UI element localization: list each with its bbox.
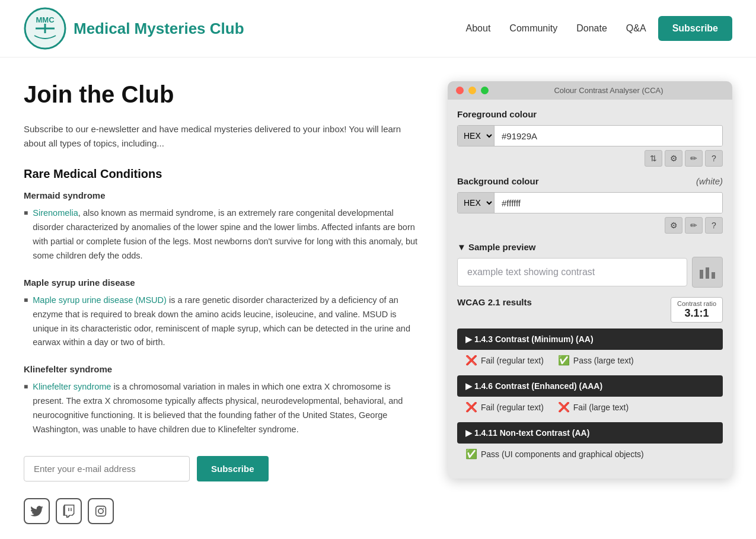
main-nav: About Community Donate Q&A Subscribe [459, 16, 732, 41]
page-title: Join the Club [24, 81, 424, 108]
cca-body: Foreground colour HEX ⇅ ⚙ ✏ ? [448, 109, 732, 479]
contrast-ratio-box: Contrast ratio 3.1:1 [671, 297, 723, 323]
preview-text: example text showing contrast [457, 258, 687, 286]
svg-rect-10 [706, 267, 709, 279]
contrast-ratio-value: 3.1:1 [677, 307, 716, 320]
fg-swap-btn[interactable]: ⇅ [645, 150, 662, 167]
bg-label: Background colour (white) [457, 176, 723, 186]
wcag-aa-fail-regular: ❌ Fail (regular text) [465, 355, 544, 366]
wcag-aa-results: ❌ Fail (regular text) ✅ Pass (large text… [457, 350, 723, 371]
wcag-aaa-results: ❌ Fail (regular text) ❌ Fail (large text… [457, 397, 723, 417]
fail-large-label: Fail (large text) [573, 403, 629, 412]
fg-settings-btn[interactable]: ⚙ [665, 150, 682, 167]
wcag-aaa-fail-regular: ❌ Fail (regular text) [465, 401, 544, 413]
bg-help-btn[interactable]: ? [705, 217, 723, 234]
intro-text: Subscribe to our e-newsletter and have m… [24, 122, 424, 151]
maple-text: Maple syrup urine disease (MSUD) is a ra… [33, 294, 424, 350]
klinefelter-title: Klinefelter syndrome [24, 364, 424, 374]
twitter-icon[interactable] [24, 498, 50, 524]
fg-eyedropper-btn[interactable]: ✏ [685, 150, 703, 167]
preview-section: ▼ Sample preview example text showing co… [457, 242, 723, 288]
main-content: Join the Club Subscribe to our e-newslet… [0, 58, 756, 539]
email-input[interactable] [24, 456, 190, 481]
page-content: Join the Club Subscribe to our e-newslet… [24, 81, 424, 524]
bg-format-select[interactable]: HEX [458, 193, 495, 213]
bg-section: Background colour (white) HEX ⚙ ✏ ? [457, 176, 723, 234]
fail-icon: ❌ [558, 401, 570, 413]
fg-label: Foreground colour [457, 109, 723, 119]
twitch-icon[interactable] [56, 498, 82, 524]
contrast-ratio-label: Contrast ratio [677, 300, 716, 307]
form-subscribe-button[interactable]: Subscribe [197, 456, 269, 481]
svg-rect-6 [96, 506, 106, 516]
wcag-header: WCAG 2.1 results Contrast ratio 3.1:1 [457, 297, 723, 323]
header-subscribe-button[interactable]: Subscribe [658, 16, 732, 41]
fg-tools: ⇅ ⚙ ✏ ? [457, 150, 723, 167]
wcag-aa-header[interactable]: ▶ 1.4.3 Contrast (Minimum) (AA) [457, 328, 723, 350]
nav-donate[interactable]: Donate [569, 18, 614, 39]
klinefelter-link[interactable]: Klinefelter syndrome [33, 382, 111, 391]
mermaid-body-text: , also known as mermaid syndrome, is an … [33, 208, 417, 260]
list-item: ■ Klinefelter syndrome is a chromosomal … [24, 380, 424, 437]
fg-format-select[interactable]: HEX [458, 126, 495, 146]
wcag-item-aa: ▶ 1.4.3 Contrast (Minimum) (AA) ❌ Fail (… [457, 328, 723, 371]
window-minimize-btn[interactable] [468, 87, 476, 94]
instagram-icon[interactable] [88, 498, 114, 524]
pass-icon: ✅ [558, 355, 570, 366]
site-title[interactable]: Medical Mysteries Club [74, 20, 244, 38]
svg-point-7 [98, 509, 103, 514]
fail-icon: ❌ [465, 355, 477, 366]
fail-regular-label: Fail (regular text) [481, 403, 544, 412]
window-maximize-btn[interactable] [481, 87, 489, 94]
site-header: MMC Medical Mysteries Club About Communi… [0, 0, 756, 58]
preview-chart-btn[interactable] [692, 257, 723, 288]
wcag-aaa-fail-large: ❌ Fail (large text) [558, 401, 629, 413]
bg-input-row: HEX [457, 192, 723, 213]
cca-title: Colour Contrast Analyser (CCA) [493, 86, 724, 95]
svg-text:MMC: MMC [36, 15, 55, 24]
social-icons [24, 498, 424, 524]
wcag-title: WCAG 2.1 results [457, 297, 532, 307]
maple-title: Maple syrup urine disease [24, 278, 424, 288]
wcag-aaa-header[interactable]: ▶ 1.4.6 Contrast (Enhanced) (AAA) [457, 375, 723, 397]
list-item: ■ Sirenomelia, also known as mermaid syn… [24, 206, 424, 263]
msud-link[interactable]: Maple syrup urine disease (MSUD) [33, 295, 167, 305]
preview-area: example text showing contrast [457, 257, 723, 288]
wcag-nontext-header[interactable]: ▶ 1.4.11 Non-text Contrast (AA) [457, 422, 723, 444]
nontext-pass-text: Pass (UI components and graphical object… [481, 449, 644, 459]
bg-hex-input[interactable] [495, 193, 722, 213]
section-mermaid: Mermaid syndrome ■ Sirenomelia, also kno… [24, 190, 424, 263]
bullet-icon: ■ [24, 382, 28, 391]
pass-icon: ✅ [465, 448, 477, 460]
svg-point-8 [103, 508, 104, 509]
bullet-icon: ■ [24, 209, 28, 217]
bg-settings-btn[interactable]: ⚙ [665, 217, 682, 234]
section-klinefelter: Klinefelter syndrome ■ Klinefelter syndr… [24, 364, 424, 437]
klinefelter-text: Klinefelter syndrome is a chromosomal va… [33, 380, 424, 437]
fg-help-btn[interactable]: ? [705, 150, 723, 167]
fail-icon: ❌ [465, 401, 477, 413]
mermaid-title: Mermaid syndrome [24, 190, 424, 200]
nav-about[interactable]: About [459, 18, 498, 39]
preview-toggle[interactable]: ▼ Sample preview [457, 242, 723, 252]
fg-input-row: HEX [457, 125, 723, 146]
nav-community[interactable]: Community [502, 18, 564, 39]
fg-section: Foreground colour HEX ⇅ ⚙ ✏ ? [457, 109, 723, 167]
logo-area: MMC Medical Mysteries Club [24, 7, 244, 50]
subscribe-form: Subscribe [24, 456, 424, 481]
rare-conditions-title: Rare Medical Conditions [24, 167, 424, 181]
pass-large-text: Pass (large text) [573, 356, 634, 365]
mermaid-text: Sirenomelia, also known as mermaid syndr… [33, 206, 424, 263]
wcag-aa-pass-large: ✅ Pass (large text) [558, 355, 634, 366]
site-logo: MMC [24, 7, 66, 50]
bullet-icon: ■ [24, 296, 28, 304]
bg-eyedropper-btn[interactable]: ✏ [685, 217, 703, 234]
nav-qa[interactable]: Q&A [619, 18, 653, 39]
wcag-item-nontext: ▶ 1.4.11 Non-text Contrast (AA) ✅ Pass (… [457, 422, 723, 464]
fg-hex-input[interactable] [495, 126, 722, 146]
svg-rect-9 [700, 270, 703, 279]
cca-titlebar: Colour Contrast Analyser (CCA) [448, 81, 732, 100]
list-item: ■ Maple syrup urine disease (MSUD) is a … [24, 294, 424, 350]
sirenomelia-link[interactable]: Sirenomelia [33, 208, 78, 218]
window-close-btn[interactable] [456, 87, 464, 94]
